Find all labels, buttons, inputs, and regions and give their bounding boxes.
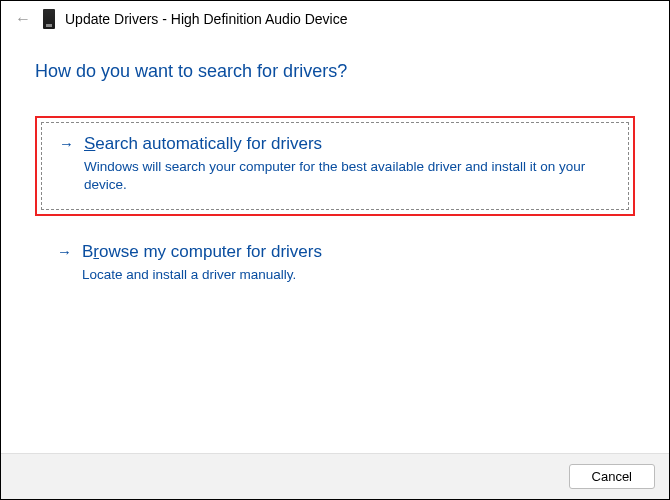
back-icon[interactable]: ← — [13, 11, 33, 27]
option-title: Search automatically for drivers — [84, 134, 322, 154]
footer: Cancel — [1, 453, 669, 499]
arrow-right-icon: → — [57, 244, 72, 259]
option-description: Locate and install a driver manually. — [82, 266, 602, 284]
option-title-row: → Browse my computer for drivers — [57, 242, 613, 262]
arrow-right-icon: → — [59, 136, 74, 151]
cancel-button[interactable]: Cancel — [569, 464, 655, 489]
option-description: Windows will search your computer for th… — [84, 158, 604, 194]
content-area: How do you want to search for drivers? →… — [1, 31, 669, 453]
device-icon — [43, 9, 55, 29]
window-title: Update Drivers - High Definition Audio D… — [65, 11, 347, 27]
option-title: Browse my computer for drivers — [82, 242, 322, 262]
option-search-automatically[interactable]: → Search automatically for drivers Windo… — [35, 116, 635, 216]
titlebar: ← Update Drivers - High Definition Audio… — [1, 1, 669, 31]
option-browse-computer[interactable]: → Browse my computer for drivers Locate … — [35, 226, 635, 304]
option-title-row: → Search automatically for drivers — [59, 134, 611, 154]
page-heading: How do you want to search for drivers? — [35, 61, 635, 82]
